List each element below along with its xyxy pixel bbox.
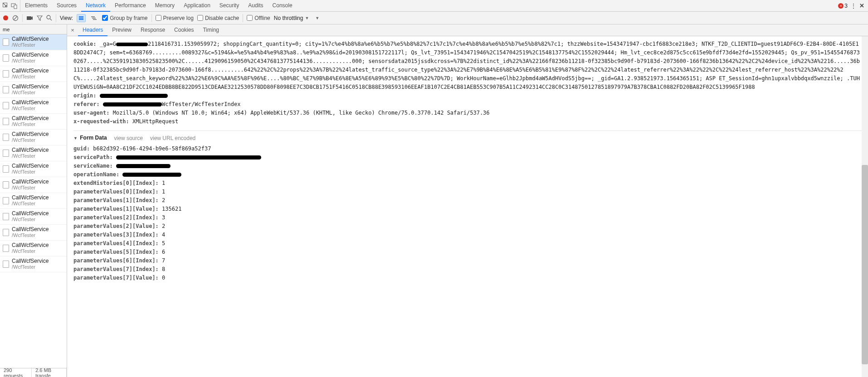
request-row[interactable]: CallWcfService/WcfTester bbox=[0, 50, 67, 66]
chevron-down-icon[interactable]: ▼ bbox=[315, 16, 319, 20]
redacted-value bbox=[122, 173, 181, 177]
redacted-cookie bbox=[116, 43, 148, 46]
tab-memory[interactable]: Memory bbox=[151, 0, 179, 11]
document-icon bbox=[3, 54, 9, 62]
request-row[interactable]: CallWcfService/WcfTester bbox=[0, 241, 67, 256]
request-row[interactable]: CallWcfService/WcfTester bbox=[0, 130, 67, 145]
tab-sources[interactable]: Sources bbox=[52, 0, 81, 11]
request-list-header[interactable]: me bbox=[0, 24, 67, 34]
form-value: 0 bbox=[162, 275, 165, 281]
filter-icon[interactable] bbox=[37, 15, 43, 21]
view-list-icon[interactable] bbox=[77, 14, 86, 22]
request-name: CallWcfService bbox=[12, 147, 49, 153]
separator bbox=[151, 14, 152, 22]
subtab-response[interactable]: Response bbox=[136, 24, 170, 36]
clear-icon[interactable] bbox=[12, 15, 19, 21]
form-key: parameterValues[4][Index]: bbox=[73, 240, 159, 246]
form-value: 1 bbox=[162, 188, 165, 195]
tab-console[interactable]: Console bbox=[268, 0, 297, 11]
form-key: guid: bbox=[73, 145, 90, 152]
content-area: me CallWcfService/WcfTesterCallWcfServic… bbox=[0, 24, 868, 377]
request-path: /WcfTester bbox=[12, 74, 49, 80]
document-icon bbox=[3, 102, 9, 109]
error-counter[interactable]: × 3 bbox=[838, 3, 848, 9]
subtab-cookies[interactable]: Cookies bbox=[170, 24, 198, 36]
request-row[interactable]: CallWcfService/WcfTester bbox=[0, 209, 67, 225]
svg-rect-2 bbox=[14, 5, 17, 9]
redacted-value bbox=[116, 164, 171, 168]
detail-body[interactable]: cookie: _ga=G2118416731.1539059972; shop… bbox=[67, 36, 868, 377]
form-key: parameterValues[0][Index]: bbox=[73, 188, 159, 195]
request-row[interactable]: CallWcfService/WcfTester bbox=[0, 256, 67, 272]
request-row[interactable]: CallWcfService/WcfTester bbox=[0, 161, 67, 177]
subtab-preview[interactable]: Preview bbox=[107, 24, 136, 36]
cookie-prefix: _ga=G bbox=[100, 41, 116, 47]
record-icon[interactable] bbox=[3, 15, 9, 21]
device-toggle-icon[interactable] bbox=[11, 3, 17, 9]
tab-security[interactable]: Security bbox=[215, 0, 244, 11]
form-data-rows: guid: b682d392-6196-4294-b9e6-58f869a52f… bbox=[73, 145, 862, 282]
request-name: CallWcfService bbox=[12, 179, 49, 185]
request-path: /WcfTester bbox=[12, 169, 49, 175]
tab-elements[interactable]: Elements bbox=[20, 0, 52, 11]
throttling-select[interactable]: No throttling▼ bbox=[274, 15, 309, 21]
view-url-encoded-link[interactable]: view URL encoded bbox=[150, 134, 195, 143]
form-key: parameterValues[6][Index]: bbox=[73, 257, 159, 264]
camera-icon[interactable] bbox=[26, 15, 33, 21]
view-waterfall-icon[interactable] bbox=[89, 14, 98, 22]
close-detail-icon[interactable]: × bbox=[67, 27, 78, 34]
search-icon[interactable] bbox=[46, 15, 52, 21]
request-row[interactable]: CallWcfService/WcfTester bbox=[0, 114, 67, 130]
document-icon bbox=[3, 229, 9, 236]
header-key-ua: user-agent: bbox=[73, 110, 109, 116]
form-key: parameterValues[1][Index]: bbox=[73, 197, 159, 203]
document-icon bbox=[3, 134, 9, 141]
request-name: CallWcfService bbox=[12, 242, 49, 248]
right-scrollbar-thumb[interactable] bbox=[862, 165, 868, 364]
form-value: b682d392-6196-4294-b9e6-58f869a52f37 bbox=[93, 145, 211, 152]
document-icon bbox=[3, 70, 9, 77]
request-row[interactable]: CallWcfService/WcfTester bbox=[0, 34, 67, 50]
tabstrip-left-icons bbox=[0, 0, 20, 11]
svg-rect-13 bbox=[92, 18, 96, 19]
tab-application[interactable]: Application bbox=[179, 0, 215, 11]
inspect-icon[interactable] bbox=[3, 3, 9, 9]
svg-line-5 bbox=[14, 16, 17, 20]
svg-point-3 bbox=[3, 15, 8, 20]
offline-checkbox[interactable]: Offline bbox=[247, 15, 270, 21]
group-by-frame-checkbox[interactable]: Group by frame bbox=[102, 15, 147, 21]
tab-performance[interactable]: Performance bbox=[110, 0, 151, 11]
more-options-icon[interactable]: ⋮ bbox=[850, 2, 857, 10]
form-data-row: parameterValues[1][Value]: 135621 bbox=[73, 205, 862, 213]
request-row[interactable]: CallWcfService/WcfTester bbox=[0, 66, 67, 82]
request-row[interactable]: CallWcfService/WcfTester bbox=[0, 98, 67, 114]
request-list[interactable]: CallWcfService/WcfTesterCallWcfService/W… bbox=[0, 34, 67, 368]
request-row[interactable]: CallWcfService/WcfTester bbox=[0, 177, 67, 193]
disable-cache-checkbox[interactable]: Disable cache bbox=[197, 15, 239, 21]
subtab-headers[interactable]: Headers bbox=[78, 24, 107, 36]
request-name: CallWcfService bbox=[12, 195, 49, 201]
cookie-value: 2118416731.1539059972; shoppingCart_quan… bbox=[73, 41, 860, 90]
form-key: operationName: bbox=[73, 171, 119, 178]
close-devtools-icon[interactable]: ✕ bbox=[859, 2, 864, 9]
tab-audits[interactable]: Audits bbox=[244, 0, 268, 11]
request-path: /WcfTester bbox=[12, 90, 49, 96]
section-toggle[interactable]: ▼ Form Data bbox=[73, 134, 107, 143]
request-row[interactable]: CallWcfService/WcfTester bbox=[0, 82, 67, 98]
preserve-log-checkbox[interactable]: Preserve log bbox=[156, 15, 194, 21]
chevron-down-icon: ▼ bbox=[305, 16, 309, 20]
form-value: 6 bbox=[162, 249, 165, 255]
header-val-ua: Mozilla/5.0 (Windows NT 10.0; Win64; x64… bbox=[113, 110, 490, 116]
request-row[interactable]: CallWcfService/WcfTester bbox=[0, 145, 67, 161]
request-name: CallWcfService bbox=[12, 100, 49, 106]
form-data-row: parameterValues[2][Value]: 2 bbox=[73, 222, 862, 231]
view-source-link[interactable]: view source bbox=[114, 134, 143, 143]
form-data-row: servicePath: bbox=[73, 153, 862, 162]
form-value: 3 bbox=[162, 214, 165, 221]
request-row[interactable]: CallWcfService/WcfTester bbox=[0, 225, 67, 241]
request-row[interactable]: CallWcfService/WcfTester bbox=[0, 193, 67, 209]
subtab-timing[interactable]: Timing bbox=[198, 24, 224, 36]
tab-network[interactable]: Network bbox=[81, 0, 110, 11]
form-data-row: operationName: bbox=[73, 170, 862, 179]
request-name: CallWcfService bbox=[12, 36, 49, 42]
